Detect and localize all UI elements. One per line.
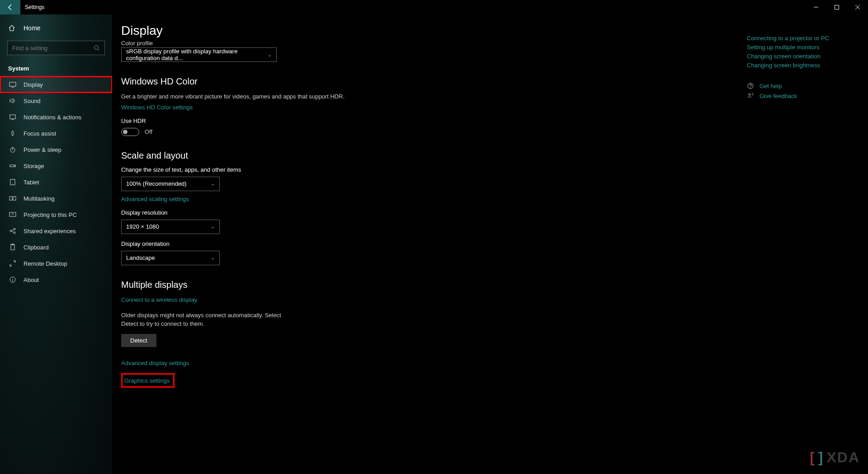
search-input[interactable] [12, 45, 94, 52]
use-hdr-toggle[interactable] [121, 128, 139, 136]
svg-rect-6 [9, 82, 16, 86]
nav-label: Multitasking [24, 195, 55, 202]
color-profile-dropdown[interactable]: sRGB display profile with display hardwa… [121, 47, 277, 62]
hd-color-settings-link[interactable]: Windows HD Color settings [121, 104, 193, 111]
svg-line-5 [98, 49, 100, 51]
nav-shared-experiences[interactable]: Shared experiences [0, 223, 112, 239]
resolution-dropdown[interactable]: 1920 × 1080 ⌄ [121, 220, 220, 234]
svg-point-4 [94, 46, 99, 50]
use-hdr-label: Use HDR [121, 117, 859, 124]
svg-point-27 [13, 278, 13, 279]
get-help-link[interactable]: Get help [760, 83, 782, 89]
home-link[interactable]: Home [0, 19, 112, 37]
give-feedback-link[interactable]: Give feedback [760, 93, 797, 99]
svg-point-18 [10, 230, 12, 232]
help-link[interactable]: Changing screen orientation [747, 53, 846, 60]
nav-projecting[interactable]: Projecting to this PC [0, 206, 112, 223]
scale-heading: Scale and layout [121, 150, 859, 161]
nav-clipboard[interactable]: Clipboard [0, 239, 112, 255]
bracket-icon: [ [810, 449, 816, 466]
sound-icon [8, 97, 17, 104]
chevron-down-icon: ⌄ [268, 52, 272, 58]
chevron-down-icon: ⌄ [211, 181, 215, 187]
nav-label: Display [24, 81, 43, 88]
shared-icon [8, 227, 17, 235]
feedback-icon [747, 92, 754, 99]
svg-point-12 [14, 165, 15, 166]
help-panel: Connecting to a projector or PC Setting … [747, 33, 846, 99]
advanced-scaling-link[interactable]: Advanced scaling settings [121, 196, 189, 202]
svg-rect-8 [10, 115, 15, 119]
graphics-settings-link[interactable]: Graphics settings [124, 377, 170, 384]
text-size-label: Change the size of text, apps, and other… [121, 166, 859, 173]
nav-storage[interactable]: Storage [0, 158, 112, 174]
dropdown-value: 100% (Recommended) [126, 180, 187, 187]
nav-remote-desktop[interactable]: Remote Desktop [0, 255, 112, 272]
watermark-text: XDA [826, 449, 860, 466]
about-icon [8, 276, 17, 283]
search-icon [94, 45, 100, 51]
close-button[interactable] [847, 0, 868, 14]
dropdown-value: sRGB display profile with display hardwa… [126, 48, 268, 61]
multiple-desc: Older displays might not always connect … [121, 311, 284, 329]
advanced-display-link[interactable]: Advanced display settings [121, 360, 189, 366]
resolution-label: Display resolution [121, 209, 859, 216]
nav-label: Shared experiences [24, 228, 76, 235]
detect-button[interactable]: Detect [121, 334, 156, 347]
nav-label: Focus assist [24, 130, 56, 137]
title-bar: Settings [0, 0, 868, 14]
nav-power-sleep[interactable]: Power & sleep [0, 141, 112, 158]
svg-rect-23 [11, 244, 14, 250]
watermark: [] XDA [810, 449, 860, 466]
back-button[interactable] [0, 0, 20, 14]
nav-notifications[interactable]: Notifications & actions [0, 109, 112, 125]
arrow-left-icon [7, 4, 14, 11]
wireless-display-link[interactable]: Connect to a wireless display [121, 296, 197, 303]
window-controls [806, 0, 868, 14]
home-icon [8, 24, 17, 32]
group-header: System [0, 61, 112, 76]
bracket-icon: ] [818, 449, 824, 466]
nav-label: Storage [24, 163, 44, 169]
nav-about[interactable]: About [0, 272, 112, 288]
search-box[interactable] [7, 41, 105, 55]
nav-display[interactable]: Display [0, 76, 112, 93]
nav-label: Projecting to this PC [24, 211, 77, 218]
svg-rect-15 [9, 197, 12, 200]
svg-point-14 [13, 184, 13, 184]
multiple-displays-heading: Multiple displays [121, 280, 859, 290]
nav-focus-assist[interactable]: Focus assist [0, 125, 112, 141]
svg-point-19 [14, 228, 15, 230]
svg-rect-1 [835, 5, 839, 9]
multi-icon [8, 195, 17, 202]
remote-icon [8, 260, 17, 267]
help-link[interactable]: Changing screen brightness [747, 62, 846, 69]
text-size-dropdown[interactable]: 100% (Recommended) ⌄ [121, 177, 220, 191]
help-link[interactable]: Connecting to a projector or PC [747, 35, 846, 42]
hd-color-desc: Get a brighter and more vibrant picture … [121, 92, 356, 101]
toggle-knob [123, 130, 127, 134]
graphics-settings-highlight: Graphics settings [121, 373, 175, 388]
nav-label: Clipboard [24, 244, 49, 251]
dropdown-value: Landscape [126, 254, 155, 261]
dropdown-value: 1920 × 1080 [126, 223, 159, 230]
nav-multitasking[interactable]: Multitasking [0, 190, 112, 206]
nav-label: Remote Desktop [24, 260, 67, 267]
svg-line-22 [12, 231, 14, 232]
nav-tablet[interactable]: Tablet [0, 174, 112, 190]
orientation-dropdown[interactable]: Landscape ⌄ [121, 251, 220, 265]
svg-rect-16 [13, 197, 16, 200]
help-link[interactable]: Setting up multiple monitors [747, 44, 846, 51]
chevron-down-icon: ⌄ [211, 255, 215, 261]
clipboard-icon [8, 244, 17, 251]
orientation-label: Display orientation [121, 240, 859, 247]
nav-label: About [24, 277, 39, 283]
nav-sound[interactable]: Sound [0, 93, 112, 109]
minimize-button[interactable] [806, 0, 826, 14]
content-area: Display Color profile sRGB display profi… [112, 14, 868, 474]
chevron-down-icon: ⌄ [211, 224, 215, 230]
maximize-button[interactable] [826, 0, 847, 14]
nav-label: Power & sleep [24, 146, 61, 153]
help-icon: ? [747, 82, 754, 89]
sidebar: Home System Display Sound Notifications … [0, 14, 112, 474]
